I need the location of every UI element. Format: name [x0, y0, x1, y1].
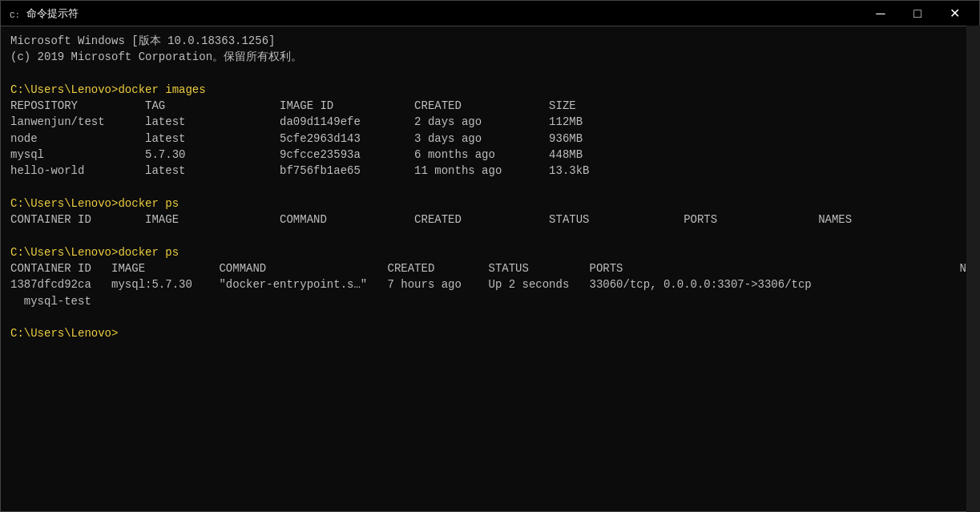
- cmd-window: C: 命令提示符 ─ □ ✕ Microsoft Windows [版本 10.…: [0, 0, 980, 512]
- titlebar: C: 命令提示符 ─ □ ✕: [1, 1, 979, 26]
- terminal-line: 1387dfcd92ca mysql:5.7.30 "docker-entryp…: [10, 276, 970, 292]
- terminal-line: mysql 5.7.30 9cfcce23593a 6 months ago 4…: [10, 147, 970, 163]
- maximize-button[interactable]: □: [899, 1, 936, 26]
- terminal-prompt: C:\Users\Lenovo>docker ps: [10, 196, 970, 212]
- terminal-body[interactable]: Microsoft Windows [版本 10.0.18363.1256] (…: [1, 26, 979, 511]
- terminal-line: Microsoft Windows [版本 10.0.18363.1256]: [10, 33, 970, 49]
- terminal-line: (c) 2019 Microsoft Corporation。保留所有权利。: [10, 49, 970, 65]
- terminal-line: [10, 309, 970, 325]
- terminal-line: REPOSITORY TAG IMAGE ID CREATED SIZE: [10, 98, 970, 114]
- terminal-line: hello-world latest bf756fb1ae65 11 month…: [10, 163, 970, 179]
- terminal-line: [10, 66, 970, 82]
- scrollbar[interactable]: [966, 26, 980, 512]
- terminal-line: node latest 5cfe2963d143 3 days ago 936M…: [10, 131, 970, 147]
- terminal-line: lanwenjun/test latest da09d1149efe 2 day…: [10, 114, 970, 130]
- terminal-line: mysql-test: [10, 293, 970, 309]
- terminal-prompt: C:\Users\Lenovo>docker ps: [10, 244, 970, 260]
- terminal-line: CONTAINER ID IMAGE COMMAND CREATED STATU…: [10, 260, 970, 276]
- terminal-line: [10, 228, 970, 244]
- minimize-button[interactable]: ─: [862, 1, 899, 26]
- terminal-prompt: C:\Users\Lenovo>: [10, 325, 970, 341]
- svg-text:C:: C:: [10, 10, 20, 20]
- terminal-line: CONTAINER ID IMAGE COMMAND CREATED STATU…: [10, 212, 970, 228]
- app-icon: C:: [7, 6, 22, 21]
- close-button[interactable]: ✕: [936, 1, 973, 26]
- window-title: 命令提示符: [26, 6, 862, 21]
- terminal-prompt: C:\Users\Lenovo>docker images: [10, 82, 970, 98]
- window-controls: ─ □ ✕: [862, 1, 973, 26]
- terminal-line: [10, 179, 970, 196]
